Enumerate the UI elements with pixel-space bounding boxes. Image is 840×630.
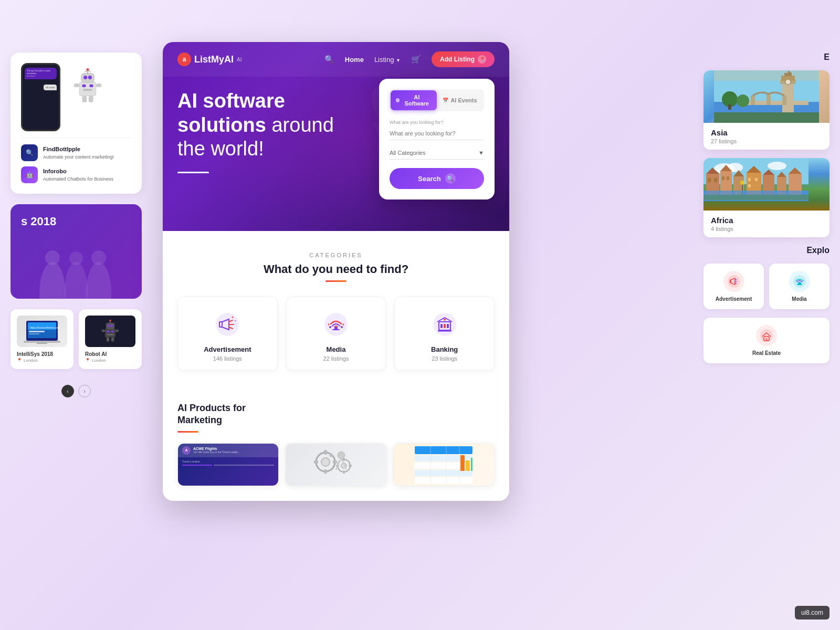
svg-point-79 [338,452,345,459]
svg-line-10 [88,70,91,72]
explore-real-estate-label: Real Estate [711,350,822,356]
tab-ai-software[interactable]: AI Software [391,90,437,110]
svg-rect-12 [96,83,102,87]
category-advertisement[interactable]: ✦ ✦ Advertisement 146 listings [177,297,278,371]
dot-1[interactable]: ‹ [61,385,74,397]
cart-icon[interactable]: 🛒 [411,55,421,64]
category-select[interactable]: All Categories ▼ [390,146,484,160]
product-chart[interactable] [393,443,495,486]
search-tabs: AI Software 📅 AI Events [390,89,484,111]
svg-rect-78 [349,465,352,467]
category-banking[interactable]: Banking 23 listings [394,297,495,371]
svg-point-18 [69,251,83,265]
svg-rect-52 [332,329,340,330]
category-media[interactable]: Media 22 listings [286,297,386,371]
svg-rect-90 [471,458,472,471]
svg-rect-76 [343,470,345,474]
svg-rect-33 [106,323,114,329]
svg-rect-40 [107,337,109,341]
section-title: What do you need to find? [177,262,495,276]
product-acme-flights[interactable]: A ACME Flights 121 We invite you to the … [177,443,279,486]
chat-bubble-1: The top 3 trends in music streaming. Sou… [25,68,57,79]
svg-point-37 [109,320,111,322]
banking-icon [430,310,459,339]
event-card: s 2018 [10,204,142,299]
svg-rect-119 [722,176,724,180]
explore-real-estate[interactable]: Real Estate [704,318,830,363]
hero-section: a ListMyAI AI 🔍 Home Listing ▼ 🛒 Add Lis… [163,42,509,231]
africa-info: Africa 4 listings [704,211,830,237]
section-label: Categories [177,252,495,258]
asia-name: Asia [711,128,822,137]
svg-rect-116 [714,178,717,182]
explore-media[interactable]: Media [769,264,830,309]
nav-home[interactable]: Home [345,56,364,64]
hero-divider [177,172,209,173]
africa-name: Africa [711,216,822,225]
add-listing-button[interactable]: Add Listing 📍 [432,51,495,67]
svg-rect-69 [314,460,318,464]
svg-point-111 [768,162,786,170]
svg-rect-80 [415,446,472,454]
svg-rect-142 [797,284,802,285]
explore-real-estate-icon [756,325,777,346]
explore-media-icon [789,271,810,292]
app-title: ListMyAI [194,54,234,65]
location-asia[interactable]: Asia 27 listings [704,70,830,150]
svg-rect-13 [82,96,87,102]
products-underline [177,431,198,433]
svg-rect-101 [751,96,755,105]
event-year: s 2018 [21,215,131,228]
svg-point-135 [740,181,744,185]
svg-rect-3 [83,89,92,91]
product-cards-row: A ACME Flights 121 We invite you to the … [177,443,495,486]
svg-point-20 [91,250,106,265]
acme-title: ACME Flights [193,447,240,450]
search-btn-icon: 🔍 [445,173,456,184]
search-input[interactable] [390,127,484,140]
findbottle-sub: Automate your content marketing! [43,154,114,160]
explore-title: Explo [704,246,830,255]
svg-rect-61 [444,324,446,328]
cat-banking-name: Banking [403,345,486,353]
svg-rect-133 [748,184,751,187]
search-nav-icon[interactable]: 🔍 [324,55,334,64]
cat-advertisement-name: Advertisement [186,345,269,353]
svg-point-54 [329,326,331,328]
findbottle-card: The top 3 trends in music streaming. Sou… [10,52,142,194]
logo-icon: a [177,52,191,66]
card-image-2 [85,316,135,347]
explore-advertisement[interactable]: Advertisement [704,264,764,309]
asia-count: 27 listings [711,138,822,144]
svg-rect-29 [105,329,116,337]
cat-media-name: Media [295,345,377,353]
svg-point-16 [45,250,60,265]
svg-rect-105 [728,104,731,110]
tab-ai-events[interactable]: 📅 AI Events [437,90,483,110]
explore-media-label: Media [776,296,822,302]
logo: a ListMyAI AI [177,52,242,66]
svg-point-5 [83,76,87,79]
search-button[interactable]: Search 🔍 [390,168,484,189]
nav-listing[interactable]: Listing ▼ [374,56,401,64]
svg-rect-132 [755,178,758,181]
robot-card[interactable]: Robot AI 📍London [79,309,142,369]
carousel-nav: ‹ › [10,385,142,397]
dot-2[interactable]: › [78,385,91,397]
svg-rect-32 [107,334,114,335]
pin-icon: 📍 [478,55,486,64]
robot-card-title: Robot AI [85,351,135,357]
explore-real-estate-row: Real Estate [704,318,830,363]
products-header: AI Products for Marketing [177,402,495,433]
ai-products-section: AI Products for Marketing A ACME Flights… [163,402,509,501]
location-africa[interactable]: Africa 4 listings [704,158,830,237]
svg-point-57 [342,324,344,326]
explore-advertisement-label: Advertisement [711,296,757,302]
svg-rect-62 [447,324,449,328]
svg-rect-63 [438,330,452,332]
product-gear[interactable] [285,443,386,486]
search-card: AI Software 📅 AI Events What are you loo… [379,79,495,200]
intellisys-card[interactable]: https://fuseconferene.com/ IntelliSys 20… [10,309,74,369]
svg-rect-68 [324,469,327,474]
card-image-1: https://fuseconferene.com/ [17,316,67,347]
